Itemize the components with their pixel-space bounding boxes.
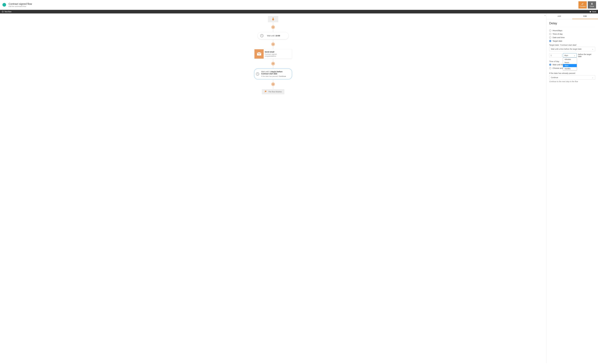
date-passed-label: If the date has already passed [549,72,595,74]
add-step-button[interactable]: + [271,62,275,65]
radio-icon [549,30,551,32]
duration-unit-select[interactable]: days ⌄ [563,53,577,57]
add-step-button[interactable]: + [271,25,275,29]
connector [273,29,273,32]
date-passed-value: Continue [551,76,558,79]
svg-point-0 [2,3,6,7]
duration-unit-value: days [564,54,568,57]
connector [273,22,273,25]
radio-label: Target date [553,40,562,42]
app-logo [2,3,7,7]
radio-icon [549,64,551,66]
radio-label: Wait until the [553,64,564,66]
top-header: Contract signed flow Edit the automated … [0,0,598,10]
date-passed-select[interactable]: Continue ⌄ [549,75,595,80]
target-date-label: Target date: 'Contract start date' [549,44,595,46]
target-mode-value: Wait until a time before the target date [551,48,581,50]
radio-target-date[interactable]: Target date [549,40,595,42]
connector [273,79,273,82]
header-left: Contract signed flow Edit the automated … [2,2,32,7]
wait-node-1[interactable]: Wait until: 10:00 [257,32,289,39]
flow-finish-node[interactable]: The flow finishes [262,89,284,94]
tab-edit[interactable]: Edit [572,13,598,19]
email-subtitle: Contract signed, congratulations [265,53,289,57]
flag-icon [265,90,267,93]
wait-node-2-selected[interactable]: Wait until: 1 day(s) before Contract sta… [254,69,292,79]
header-right: Content X Close [578,1,596,8]
arrow-down-icon [272,17,274,21]
email-icon [254,49,264,59]
email-title: Send email [265,51,289,53]
duration-amount-input[interactable] [549,53,562,57]
radio-icon [549,40,551,42]
unit-option-hours[interactable]: hours [563,61,577,64]
page-title: Contract signed flow [8,2,32,5]
scroll-up-arrow[interactable]: ▴ [545,14,545,16]
sidebar-tabs: Add Edit [546,13,598,19]
radio-label: Hours/days [553,29,562,32]
connector [273,46,273,49]
canvas[interactable]: ▴ + Wait until: 10:00 + [0,13,546,363]
wait2-sub-prefix: If the date has passed: [261,75,279,77]
duration-after-text: before the target date [578,53,595,57]
save-button[interactable]: Save [590,11,596,13]
radio-label: Time of day [553,33,563,35]
close-icon: X [591,3,593,5]
radio-icon [549,36,551,39]
radio-icon [549,33,551,35]
finish-label: The flow finishes [268,91,282,93]
close-button-label: Close [590,5,594,7]
radio-label: Date and time [553,36,565,39]
radio-icon [549,67,551,69]
chevron-down-icon: ⌄ [574,54,575,57]
content-button[interactable]: Content [578,1,587,8]
date-passed-helper: Continue to the next step in the flow [549,81,595,82]
main-area: ▴ + Wait until: 10:00 + [0,13,598,363]
panel-title: Delay [549,22,595,25]
save-label: Save [592,11,596,13]
flow-column: + Wait until: 10:00 + [210,16,337,94]
tab-add[interactable]: Add [546,13,572,19]
clock-icon [258,32,266,39]
radio-hours-days[interactable]: Hours/days [549,29,595,32]
test-flow-label: Test flow [4,11,11,13]
edit-panel: Delay Hours/days Time of day Date and ti… [546,19,598,85]
wait2-sub-val: Continue [279,75,286,77]
clock-icon [254,69,261,79]
unit-option-days[interactable]: days [563,64,577,67]
wait-node-1-text: Wait until: 10:00 [266,32,283,39]
wait1-prefix: Wait until: [267,35,275,37]
unit-option-months[interactable]: months [563,67,577,70]
save-icon [590,11,591,13]
wait1-time: 10:00 [275,35,280,37]
close-button[interactable]: X Close [588,1,596,8]
test-flow-button[interactable]: Test flow [2,11,11,13]
target-mode-select[interactable]: Wait until a time before the target date… [549,47,595,51]
send-email-node[interactable]: Send email Contract signed, congratulati… [254,49,292,59]
edit-icon [581,3,584,5]
play-icon [2,11,4,13]
chevron-down-icon: ⌄ [592,76,593,79]
connector [273,39,273,42]
wait-node-2-text: Wait until: 1 day(s) before Contract sta… [261,69,292,79]
toolbar: Test flow Save [0,10,598,13]
duration-row: days ⌄ before the target date minutes ho… [549,53,595,57]
radio-time-of-day[interactable]: Time of day [549,33,595,35]
add-step-button[interactable]: + [271,42,275,46]
title-block: Contract signed flow Edit the automated … [8,2,32,7]
connector [273,86,273,89]
chevron-down-icon: ⌄ [592,48,593,50]
page-subtitle: Edit the automated flow [8,5,32,7]
flow-start-node[interactable] [268,16,278,22]
unit-option-minutes[interactable]: minutes [563,58,577,61]
add-step-button[interactable]: + [271,82,275,86]
content-button-label: Content [580,5,586,7]
connector [273,59,273,62]
wait2-prefix: Wait until: [261,71,270,73]
unit-dropdown-menu: minutes hours days months [563,58,577,70]
email-node-text: Send email Contract signed, congratulati… [264,49,292,59]
sidebar: Add Edit Delay Hours/days Time of day Da… [546,13,598,363]
radio-date-and-time[interactable]: Date and time [549,36,595,39]
connector [273,65,273,69]
